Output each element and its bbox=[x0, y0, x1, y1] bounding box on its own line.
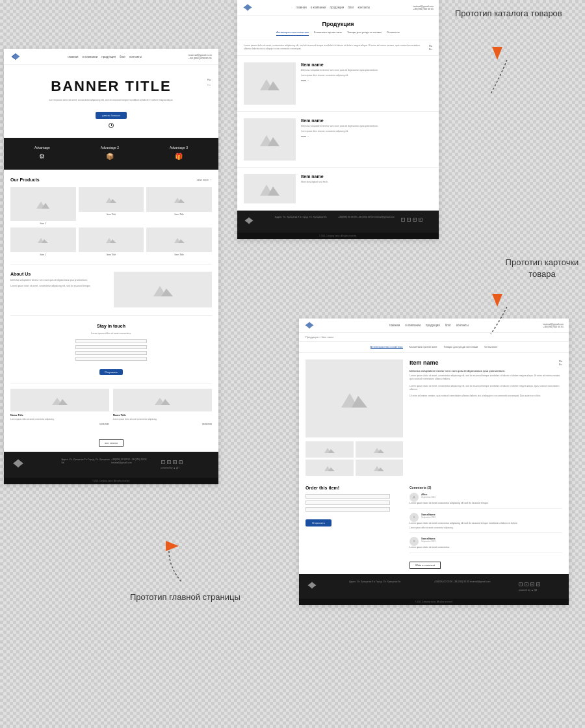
catalog-nav-home[interactable]: главная bbox=[296, 6, 307, 9]
nav-link-contacts[interactable]: контакты bbox=[129, 55, 142, 58]
order-field-name[interactable] bbox=[306, 494, 390, 499]
comments-title: Comments (3) bbox=[410, 486, 562, 489]
contact-field-city[interactable] bbox=[75, 357, 147, 361]
card-social-in[interactable]: in bbox=[525, 582, 528, 586]
card-thumb-3[interactable] bbox=[306, 460, 354, 476]
contact-field-email[interactable] bbox=[75, 351, 147, 355]
card-footer-address: Адрес: Ул. Хрещатик 9 а Город, Ул. Хреща… bbox=[349, 580, 434, 592]
write-comment-button[interactable]: Write a comment bbox=[410, 562, 441, 569]
card-nav-about[interactable]: о компании bbox=[405, 324, 421, 327]
nav-link-home[interactable]: главная bbox=[68, 55, 79, 58]
catalog-item-content-1: Item name Delectus voluptatem tenetur ve… bbox=[301, 62, 432, 105]
card-social-tw[interactable]: tw bbox=[530, 582, 534, 586]
product-img-large bbox=[10, 187, 76, 221]
comment-3: S SomeName September 2021 Lorem ipsum do… bbox=[410, 537, 562, 553]
card-thumb-4[interactable] bbox=[356, 460, 404, 476]
card-tab-1[interactable]: Косметика против акне bbox=[410, 345, 437, 349]
comment-2-extra: Lorem ipsum dolor sit amet consectetur a… bbox=[410, 526, 562, 529]
catalog-footer-logo bbox=[244, 216, 275, 228]
catalog-lang-en[interactable]: En bbox=[429, 47, 432, 51]
catalog-nav-blog[interactable]: блог bbox=[348, 6, 354, 9]
card-tab-0[interactable]: Антивозрастная косметика bbox=[370, 345, 403, 349]
articles-button[interactable]: все статьи bbox=[99, 439, 124, 447]
advantage-1-title: Advantage bbox=[34, 146, 50, 150]
catalog-nav-contacts[interactable]: контакты bbox=[358, 6, 370, 9]
contact-submit-button[interactable]: Отправить bbox=[99, 369, 123, 375]
main-nav-links: главная о компании продукция блог контак… bbox=[68, 55, 142, 58]
advantages-section: Advantage ⚙ Advantage 2 📦 Advantage 3 🎁 bbox=[4, 138, 218, 170]
product-item-large: Item 1 bbox=[10, 187, 76, 225]
catalog-tab-1[interactable]: Косметика против акне bbox=[314, 31, 342, 36]
social-youtube[interactable]: yt bbox=[179, 460, 183, 464]
news-date-2: 01/01/2021 bbox=[202, 423, 212, 426]
mountain-icon-1 bbox=[36, 200, 49, 209]
product-img-2 bbox=[146, 187, 212, 212]
comment-2: S SomeName September 2021 Lorem ipsum do… bbox=[410, 513, 562, 533]
catalog-nav-about[interactable]: о компании bbox=[311, 6, 326, 9]
nav-link-blog[interactable]: блог bbox=[120, 55, 125, 58]
catalog-tab-0[interactable]: Антивозрастная косметика bbox=[276, 31, 309, 36]
order-field-phone[interactable] bbox=[306, 500, 390, 505]
catalog-item-row-1: Item name Delectus voluptatem tenetur ve… bbox=[237, 56, 439, 112]
card-thumb-1[interactable] bbox=[306, 441, 354, 458]
svg-marker-36 bbox=[492, 294, 502, 307]
footer-address-col: Адрес: Ул. Хрещатик 9 а Город, Ул. Хреща… bbox=[62, 458, 112, 465]
catalog-tab-2[interactable]: Товары для ухода за ногами bbox=[347, 31, 382, 36]
card-nav-home[interactable]: главная bbox=[389, 324, 400, 327]
contact-field-phone[interactable] bbox=[75, 345, 147, 349]
dashed-arrow-main bbox=[166, 551, 188, 586]
card-tab-2[interactable]: Товары для ухода за ногами bbox=[443, 345, 478, 349]
card-left-col bbox=[306, 359, 403, 479]
product-label-5: Item Title bbox=[146, 254, 212, 256]
product-label-3: Item 1 bbox=[10, 254, 76, 256]
catalog-social-in[interactable]: in bbox=[407, 218, 411, 222]
catalog-social-yt[interactable]: yt bbox=[419, 218, 422, 222]
prototype-catalog: главная о компании продукция блог контак… bbox=[237, 0, 439, 239]
card-main-content: Item name Ru En Delectus voluptatem tene… bbox=[299, 353, 569, 486]
order-submit-button[interactable]: Отправить bbox=[306, 519, 332, 526]
card-social-fb[interactable]: f bbox=[519, 582, 523, 586]
card-nav-contacts[interactable]: контакты bbox=[456, 324, 469, 327]
logo-area bbox=[10, 52, 21, 61]
contact-field-name[interactable] bbox=[75, 339, 147, 343]
catalog-tab-3[interactable]: Остальное bbox=[387, 31, 400, 36]
catalog-item-more-link-1[interactable]: more → bbox=[301, 79, 432, 82]
social-linkedin[interactable]: in bbox=[167, 460, 171, 464]
lang-en[interactable]: En bbox=[207, 83, 211, 86]
product-item-2: Item Title bbox=[146, 187, 212, 225]
scroll-indicator bbox=[109, 123, 114, 128]
products-view-more[interactable]: view more → bbox=[197, 178, 212, 181]
catalog-item-more-text-2: Lorem ipsum dolor sit amet, consectetur … bbox=[301, 130, 432, 133]
comment-1-meta: Alice September 2021 bbox=[421, 493, 436, 502]
catalog-social-fb[interactable]: f bbox=[401, 218, 405, 222]
catalog-footer-copyright: © 2021 Company name. All rights reserved… bbox=[237, 233, 439, 239]
mountain-icon-6 bbox=[174, 237, 185, 243]
card-right-col: Item name Ru En Delectus voluptatem tene… bbox=[410, 359, 562, 479]
about-title: About Us bbox=[10, 272, 109, 276]
catalog-social-tw[interactable]: tw bbox=[413, 218, 417, 222]
card-tab-3[interactable]: Остальное bbox=[484, 345, 497, 349]
lang-ru[interactable]: Ru bbox=[207, 78, 211, 81]
nav-link-products[interactable]: продукция bbox=[101, 55, 116, 58]
catalog-item-more-link-2[interactable]: more → bbox=[301, 135, 432, 138]
main-nav: главная о компании продукция блог контак… bbox=[4, 49, 218, 65]
nav-link-about[interactable]: о компании bbox=[82, 55, 98, 58]
product-item-1: Item Title bbox=[79, 187, 144, 225]
social-twitter[interactable]: tw bbox=[173, 460, 177, 464]
advantage-2: Advantage 2 📦 bbox=[101, 146, 119, 162]
card-social-yt[interactable]: yt bbox=[536, 582, 540, 586]
nav-contact: testmail@gmail.com +38 (096) 000 00 01 bbox=[188, 53, 212, 60]
card-nav-products[interactable]: продукция bbox=[426, 324, 440, 327]
order-title: Order this item! bbox=[306, 486, 403, 490]
order-field-city[interactable] bbox=[306, 507, 390, 512]
advantage-3: Advantage 3 🎁 bbox=[170, 146, 188, 162]
card-thumb-2[interactable] bbox=[356, 441, 404, 458]
banner-button[interactable]: узнать больше bbox=[96, 112, 127, 119]
social-facebook[interactable]: f bbox=[161, 460, 165, 464]
comment-1-header: A Alice September 2021 bbox=[410, 493, 562, 502]
card-lang-en[interactable]: En bbox=[559, 363, 562, 366]
card-nav-blog[interactable]: блог bbox=[445, 324, 451, 327]
catalog-lang: Ru En bbox=[429, 44, 432, 51]
comment-3-meta: SomeName September 2021 bbox=[421, 537, 436, 546]
catalog-nav-products[interactable]: продукция bbox=[330, 6, 344, 9]
